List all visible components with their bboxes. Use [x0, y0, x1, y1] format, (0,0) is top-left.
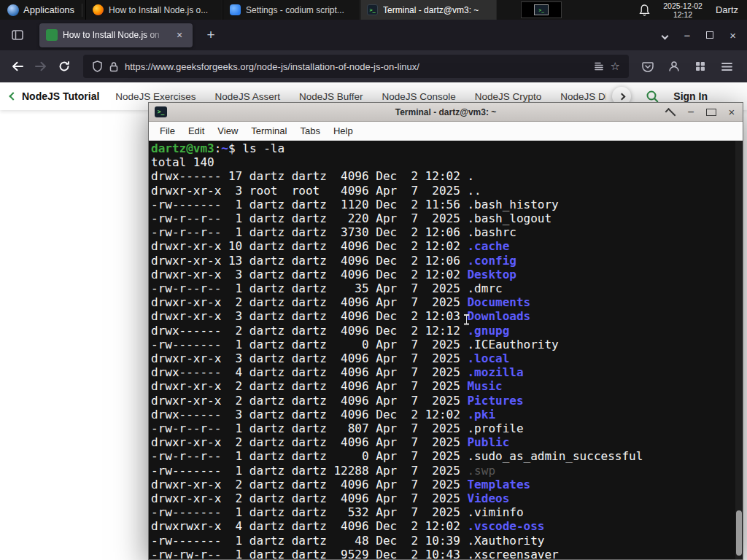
- terminal-line: drwxr-xr-x 10 dartz dartz 4096 Dec 2 12:…: [151, 239, 743, 253]
- site-search-icon[interactable]: [646, 90, 659, 103]
- terminal-total-line: total 140: [151, 155, 743, 169]
- desktop: Applications How to Install Node.js o...…: [0, 0, 747, 560]
- terminal-line: drwx------ 2 dartz dartz 4096 Dec 2 12:1…: [151, 324, 743, 338]
- toolbar-right-icons: [636, 55, 741, 78]
- terminal-shade-icon[interactable]: [665, 109, 676, 116]
- terminal-line: drwxr-xr-x 3 dartz dartz 4096 Apr 7 2025…: [151, 351, 743, 365]
- taskbar-window-title: How to Install Node.js o...: [109, 5, 208, 15]
- terminal-line: drwxr-xr-x 3 root root 4096 Apr 7 2025 .…: [151, 184, 743, 198]
- taskbar-window-icon: [93, 4, 104, 15]
- clock-time: 12:12: [663, 10, 703, 19]
- terminal-line: drwx------ 3 dartz dartz 4096 Dec 2 12:0…: [151, 408, 743, 421]
- site-favicon: [46, 29, 58, 41]
- terminal-line: -rw------- 1 dartz dartz 12288 Apr 7 202…: [151, 464, 743, 478]
- taskbar-tray: 2025-12-02 12:12 Dartz: [521, 0, 747, 20]
- tracking-shield-icon[interactable]: [92, 61, 103, 72]
- applications-menu[interactable]: Applications: [0, 0, 82, 20]
- applications-icon: [7, 4, 19, 16]
- new-tab-button[interactable]: +: [201, 26, 220, 44]
- extensions-icon[interactable]: [689, 55, 712, 78]
- lock-icon[interactable]: [109, 61, 118, 72]
- terminal-window: Terminal - dartz@vm3: ~ − × FileEditView…: [148, 102, 743, 560]
- taskbar-window-button[interactable]: How to Install Node.js o...: [85, 0, 222, 20]
- bookmark-star-icon[interactable]: ☆: [611, 60, 620, 73]
- terminal-menu-item[interactable]: View: [211, 123, 244, 139]
- terminal-line: -rw------- 1 dartz dartz 532 Apr 7 2025 …: [151, 505, 743, 519]
- site-nav-active-item[interactable]: NodeJS Tutorial: [22, 90, 99, 102]
- site-nav-item[interactable]: NodeJS DNS: [560, 91, 606, 102]
- forward-icon[interactable]: [29, 55, 53, 78]
- clock-date: 2025-12-02: [663, 1, 703, 10]
- taskbar-separator: [82, 4, 82, 17]
- terminal-menu-item[interactable]: File: [153, 123, 182, 139]
- terminal-titlebar[interactable]: Terminal - dartz@vm3: ~ − ×: [149, 103, 743, 122]
- window-close-icon[interactable]: ×: [729, 30, 736, 41]
- terminal-window-controls: − ×: [665, 106, 737, 119]
- window-minimize-icon[interactable]: −: [684, 30, 690, 41]
- taskbar-window-icon: [230, 4, 241, 15]
- window-controls: − ×: [662, 28, 747, 42]
- menu-hamburger-icon[interactable]: [715, 55, 738, 78]
- window-maximize-icon[interactable]: [706, 28, 713, 42]
- taskbar-window-title: Settings - codium script...: [246, 5, 344, 15]
- workspace-switcher[interactable]: [521, 1, 562, 18]
- taskbar-window-title: Terminal - dartz@vm3: ~: [383, 5, 479, 15]
- terminal-menu-item[interactable]: Help: [327, 123, 360, 139]
- account-icon[interactable]: [662, 55, 686, 78]
- site-nav-item[interactable]: NodeJS Crypto: [475, 91, 542, 102]
- terminal-line: -rw-r--r-- 1 dartz dartz 0 Apr 7 2025 .s…: [151, 449, 743, 463]
- tab-title: How to Install Node.js on: [63, 30, 168, 40]
- pocket-icon[interactable]: [636, 55, 659, 78]
- mouse-text-cursor: [462, 314, 470, 325]
- terminal-line: -rw-rw-r-- 1 dartz dartz 9529 Dec 2 10:4…: [151, 548, 743, 559]
- back-icon[interactable]: [6, 55, 29, 78]
- site-nav-item[interactable]: NodeJS Assert: [215, 91, 280, 102]
- taskbar-window-button[interactable]: Settings - codium script...: [222, 0, 360, 20]
- taskbar-window-list: How to Install Node.js o... Settings - c…: [85, 0, 497, 20]
- terminal-line: -rw------- 1 dartz dartz 48 Dec 2 10:39 …: [151, 534, 743, 548]
- terminal-line: drwxr-xr-x 2 dartz dartz 4096 Apr 7 2025…: [151, 435, 743, 449]
- terminal-title: Terminal - dartz@vm3: ~: [149, 107, 743, 117]
- terminal-line: -rw-r--r-- 1 dartz dartz 3730 Dec 2 12:0…: [151, 225, 743, 239]
- workspace-window-thumb: [534, 4, 549, 15]
- terminal-menu-item[interactable]: Terminal: [244, 123, 293, 139]
- site-nav-items: NodeJS ExercisesNodeJS AssertNodeJS Buff…: [115, 91, 606, 102]
- terminal-line: drwx------ 17 dartz dartz 4096 Dec 2 12:…: [151, 169, 743, 183]
- sign-in-button[interactable]: Sign In: [673, 90, 737, 102]
- site-nav-item[interactable]: NodeJS Console: [382, 91, 455, 102]
- terminal-line: drwxrwxr-x 4 dartz dartz 4096 Dec 2 12:0…: [151, 519, 743, 533]
- url-text[interactable]: https://www.geeksforgeeks.org/node-js/in…: [125, 61, 587, 72]
- site-nav-scroll-left-icon[interactable]: [10, 93, 16, 99]
- reload-icon[interactable]: [53, 55, 76, 78]
- list-all-tabs-icon[interactable]: [662, 28, 667, 42]
- address-bar[interactable]: https://www.geeksforgeeks.org/node-js/in…: [83, 55, 629, 78]
- notifications-bell-icon[interactable]: [632, 0, 657, 20]
- user-label: Dartz: [708, 4, 747, 15]
- terminal-output[interactable]: dartz@vm3:~$ ls -la total 140 drwx------…: [149, 141, 743, 559]
- site-nav-item[interactable]: NodeJS Exercises: [115, 91, 196, 102]
- terminal-scrollbar[interactable]: [735, 141, 743, 559]
- terminal-line: drwx------ 4 dartz dartz 4096 Apr 7 2025…: [151, 365, 743, 379]
- clock[interactable]: 2025-12-02 12:12: [657, 1, 708, 19]
- terminal-line: -rw------- 1 dartz dartz 0 Apr 7 2025 .I…: [151, 338, 743, 351]
- site-nav-item[interactable]: NodeJS Buffer: [299, 91, 363, 102]
- reader-view-icon[interactable]: [594, 61, 604, 71]
- firefox-view-icon[interactable]: [7, 25, 28, 45]
- terminal-line: drwxr-xr-x 2 dartz dartz 4096 Apr 7 2025…: [151, 491, 743, 505]
- terminal-menu-item[interactable]: Edit: [182, 123, 211, 139]
- terminal-menubar: FileEditViewTerminalTabsHelp: [149, 122, 743, 141]
- browser-tab[interactable]: How to Install Node.js on ×: [39, 23, 193, 47]
- terminal-scrollbar-thumb[interactable]: [736, 510, 742, 556]
- terminal-line: drwxr-xr-x 13 dartz dartz 4096 Dec 2 12:…: [151, 254, 743, 268]
- terminal-line: drwxr-xr-x 2 dartz dartz 4096 Apr 7 2025…: [151, 394, 743, 408]
- terminal-close-icon[interactable]: ×: [727, 106, 737, 118]
- terminal-minimize-icon[interactable]: −: [686, 106, 696, 119]
- tab-close-icon[interactable]: ×: [173, 29, 186, 41]
- taskbar-window-button[interactable]: Terminal - dartz@vm3: ~: [360, 0, 497, 20]
- terminal-line: -rw------- 1 dartz dartz 1120 Dec 2 11:5…: [151, 198, 743, 211]
- terminal-line: drwxr-xr-x 3 dartz dartz 4096 Dec 2 12:0…: [151, 268, 743, 281]
- browser-tab-bar: How to Install Node.js on × + − ×: [0, 20, 747, 50]
- terminal-menu-item[interactable]: Tabs: [293, 123, 326, 139]
- terminal-maximize-icon[interactable]: [706, 109, 716, 116]
- terminal-line: -rw-r--r-- 1 dartz dartz 807 Apr 7 2025 …: [151, 421, 743, 435]
